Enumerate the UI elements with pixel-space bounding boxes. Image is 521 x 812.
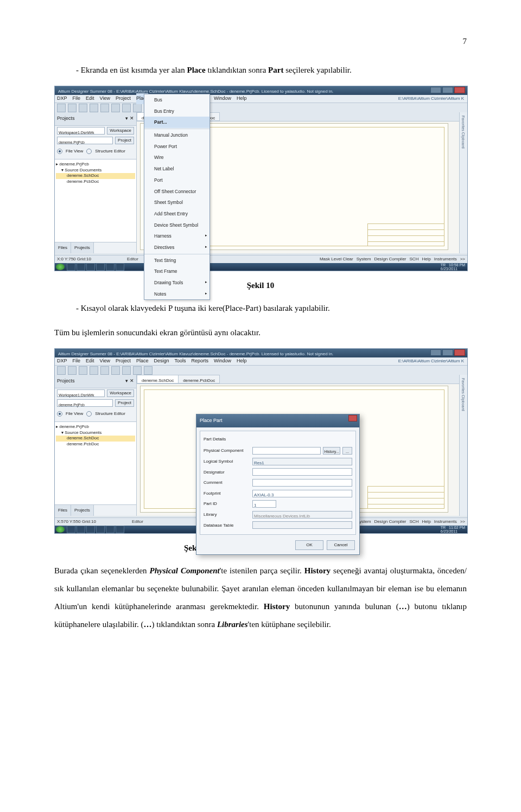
workspace-button[interactable]: Workspace <box>107 389 134 397</box>
toolbar-icon[interactable] <box>57 104 66 112</box>
start-button[interactable] <box>56 526 65 533</box>
toolbar-icon[interactable] <box>79 104 87 112</box>
menu-item-port[interactable]: Port <box>144 175 209 186</box>
toolbar-icon[interactable] <box>68 366 77 375</box>
structure-editor-radio[interactable] <box>86 149 92 154</box>
comment-input[interactable] <box>252 479 352 487</box>
menu-window[interactable]: Window <box>214 93 231 104</box>
taskbar-app-icon[interactable] <box>86 526 95 533</box>
menu-item-drawing-tools[interactable]: Drawing Tools▸ <box>144 277 209 289</box>
panel-close-icon[interactable]: ▾ ✕ <box>125 113 134 124</box>
menu-file[interactable]: File <box>73 356 81 367</box>
toolbar-icon[interactable] <box>90 366 98 375</box>
menu-edit[interactable]: Edit <box>86 356 94 367</box>
tab-pcbdoc[interactable]: deneme.PcbDoc <box>178 375 220 383</box>
menu-item-net-label[interactable]: Net Label <box>144 163 209 175</box>
file-view-radio[interactable] <box>57 411 62 417</box>
menu-tools[interactable]: Tools <box>174 356 186 367</box>
workspace-dropdown[interactable]: Workspace1.DsnWrk <box>57 127 105 135</box>
path-field[interactable]: E:\ARIBA\Altium Cizimler\Altium K <box>398 356 464 366</box>
menu-item-wire[interactable]: Wire <box>144 152 209 163</box>
menu-item-text-string[interactable]: Text String <box>144 255 209 266</box>
toolbar-icon[interactable] <box>100 104 109 112</box>
footprint-dropdown[interactable]: AXIAL-0.3 <box>252 490 352 497</box>
ellipsis-button[interactable]: ... <box>342 447 352 455</box>
toolbar-icon[interactable] <box>111 104 120 112</box>
menu-project[interactable]: Project <box>116 93 131 104</box>
menu-help[interactable]: Help <box>237 93 247 104</box>
taskbar-app-icon[interactable] <box>116 263 124 271</box>
minimize-button[interactable] <box>430 349 441 356</box>
tree-sch-doc[interactable]: deneme.SchDoc <box>56 173 135 178</box>
workspace-dropdown[interactable]: Workspace1.DsnWrk <box>57 389 105 397</box>
footer-tab-projects[interactable]: Projects <box>71 242 94 253</box>
toolbar-icon[interactable] <box>100 366 109 375</box>
tree-sch-doc[interactable]: deneme.SchDoc <box>56 436 135 441</box>
cancel-button[interactable]: Cancel <box>327 540 355 550</box>
toolbar-icon[interactable] <box>122 366 131 375</box>
toolbar-icon[interactable] <box>57 366 66 375</box>
part-id-dropdown[interactable]: 1 <box>252 500 276 508</box>
menu-view[interactable]: View <box>100 93 110 104</box>
taskbar-app-icon[interactable] <box>67 526 75 533</box>
menu-file[interactable]: File <box>73 93 81 104</box>
menu-dxp[interactable]: DXP <box>57 93 67 104</box>
start-button[interactable] <box>56 264 65 270</box>
tree-project[interactable]: ▸ deneme.PrjPcb <box>56 424 135 430</box>
taskbar-app-icon[interactable] <box>67 263 75 271</box>
menu-item-notes[interactable]: Notes▸ <box>144 289 209 300</box>
menu-item-text-frame[interactable]: Text Frame <box>144 266 209 277</box>
maximize-button[interactable] <box>442 87 453 93</box>
maximize-button[interactable] <box>442 349 453 356</box>
menu-place[interactable]: Place <box>136 356 149 367</box>
file-view-radio[interactable] <box>57 149 62 154</box>
close-button[interactable] <box>454 87 465 93</box>
workspace-button[interactable]: Workspace <box>107 127 134 135</box>
project-button[interactable]: Project <box>115 137 134 144</box>
menu-item-directives[interactable]: Directives▸ <box>144 242 209 253</box>
menu-item-bus[interactable]: Bus <box>144 94 209 106</box>
toolbar-icon[interactable] <box>122 104 131 112</box>
menu-item-device-sheet-symbol[interactable]: Device Sheet Symbol <box>144 220 209 231</box>
menu-item-part[interactable]: Part... <box>144 117 209 128</box>
dialog-close-button[interactable] <box>348 415 357 421</box>
project-tree[interactable]: ▸ deneme.PrjPcb ▾ Source Documents denem… <box>55 421 136 504</box>
physical-component-dropdown[interactable] <box>252 447 321 455</box>
menu-item-bus-entry[interactable]: Bus Entry <box>144 106 209 117</box>
menu-view[interactable]: View <box>100 356 110 367</box>
ok-button[interactable]: OK <box>295 540 323 550</box>
panel-close-icon[interactable]: ▾ ✕ <box>125 376 134 387</box>
menu-item-sheet-symbol[interactable]: Sheet Symbol <box>144 197 209 208</box>
right-rail[interactable]: Favorites Clipboard <box>459 375 467 516</box>
menu-window[interactable]: Window <box>214 356 231 367</box>
tree-source-docs[interactable]: ▾ Source Documents <box>56 430 135 436</box>
tree-pcb-doc[interactable]: deneme.PcbDoc <box>56 179 135 184</box>
menu-edit[interactable]: Edit <box>86 93 94 104</box>
footer-tab-files[interactable]: Files <box>55 505 71 516</box>
history-button[interactable]: History... <box>323 447 340 455</box>
toolbar-icon[interactable] <box>68 104 77 112</box>
menu-project[interactable]: Project <box>116 356 131 367</box>
project-tree[interactable]: ▸ deneme.PrjPcb ▾ Source Documents denem… <box>55 159 136 242</box>
tab-schdoc[interactable]: deneme.SchDoc <box>137 375 179 383</box>
tree-source-docs[interactable]: ▾ Source Documents <box>56 168 135 173</box>
project-button[interactable]: Project <box>115 399 134 407</box>
system-tray[interactable]: TR 10:58 PM 6/23/2011 <box>441 263 466 271</box>
project-dropdown[interactable]: deneme.PrjPcb <box>57 399 113 407</box>
menu-item-power-port[interactable]: Power Port <box>144 141 209 152</box>
menu-design[interactable]: Design <box>154 356 169 367</box>
tree-project[interactable]: ▸ deneme.PrjPcb <box>56 162 135 167</box>
right-rail[interactable]: Favorites Clipboard <box>459 112 467 253</box>
taskbar-app-icon[interactable] <box>86 263 95 271</box>
toolbar-icon[interactable] <box>133 104 142 112</box>
toolbar-icon[interactable] <box>144 366 153 375</box>
toolbar-icon[interactable] <box>133 366 142 375</box>
menu-item-harness[interactable]: Harness▸ <box>144 231 209 242</box>
minimize-button[interactable] <box>430 87 441 93</box>
toolbar-icon[interactable] <box>90 104 98 112</box>
taskbar-app-icon[interactable] <box>116 526 124 533</box>
footer-tab-files[interactable]: Files <box>55 242 71 253</box>
taskbar-app-icon[interactable] <box>96 263 105 271</box>
designator-input[interactable] <box>252 468 352 476</box>
system-tray[interactable]: TR 11:02 PM 6/23/2011 <box>441 526 466 533</box>
